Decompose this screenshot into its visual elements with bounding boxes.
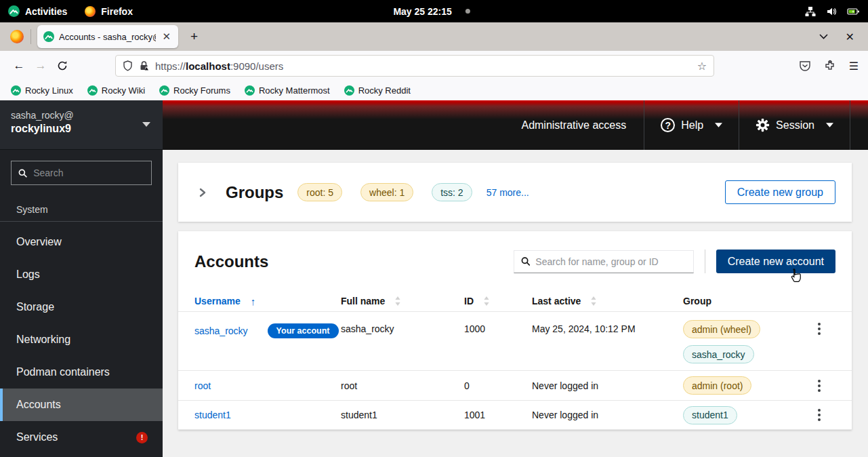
sidebar-item-networking[interactable]: Networking xyxy=(0,323,163,356)
sidebar-item-accounts[interactable]: Accounts xyxy=(0,389,163,421)
bookmarks-bar: Rocky Linux Rocky Wiki Rocky Forums Rock… xyxy=(0,81,868,100)
app-menu-firefox[interactable]: Firefox xyxy=(85,6,133,17)
sort-ascending-icon: ↑ xyxy=(251,296,256,307)
browser-toolbar: ← → https://localhost:9090/users ☆ ☰ xyxy=(0,51,868,81)
group-chip-tss[interactable]: tss: 2 xyxy=(432,183,472,201)
bookmark-rocky-mattermost[interactable]: Rocky Mattermost xyxy=(245,85,330,96)
network-icon xyxy=(805,6,816,17)
forward-button[interactable]: → xyxy=(30,55,51,77)
sidebar-item-logs[interactable]: Logs xyxy=(0,258,163,291)
groups-title: Groups xyxy=(226,183,283,202)
firefox-icon xyxy=(85,6,96,17)
column-header-last-active[interactable]: Last active xyxy=(532,296,683,306)
accounts-table-header: Username ↑ Full name ID xyxy=(178,291,852,311)
accounts-search[interactable] xyxy=(514,250,694,273)
full-name-cell: sasha_rocky xyxy=(341,312,464,334)
help-icon: ? xyxy=(661,118,675,132)
groups-more-link[interactable]: 57 more... xyxy=(487,187,529,198)
sidebar-search[interactable] xyxy=(11,161,152,185)
sort-both-icon xyxy=(395,296,400,306)
url-bar[interactable]: https://localhost:9090/users ☆ xyxy=(115,55,714,77)
groups-chip-list: root: 5 wheel: 1 tss: 2 xyxy=(297,183,472,201)
accounts-search-input[interactable] xyxy=(535,256,686,267)
sidebar-item-label: Logs xyxy=(16,269,40,281)
list-tabs-chevron-icon[interactable] xyxy=(819,34,828,39)
full-name-cell: root xyxy=(341,380,464,391)
page-content: Groups root: 5 wheel: 1 tss: 2 57 more..… xyxy=(163,150,868,457)
groups-expand-toggle[interactable] xyxy=(194,184,211,201)
bookmark-rocky-forums[interactable]: Rocky Forums xyxy=(159,85,230,96)
tab-accounts[interactable]: Accounts - sasha_rocky@ ✕ xyxy=(37,25,178,48)
new-tab-button[interactable]: + xyxy=(186,29,202,44)
create-new-account-button[interactable]: Create new account xyxy=(716,250,835,273)
bookmark-rocky-wiki[interactable]: Rocky Wiki xyxy=(87,85,145,96)
tab-title: Accounts - sasha_rocky@ xyxy=(59,32,156,42)
administrative-access-label: Administrative access xyxy=(521,119,626,132)
search-icon xyxy=(18,168,27,178)
clock-button[interactable]: May 25 22:15 xyxy=(393,6,470,17)
bookmark-label: Rocky Wiki xyxy=(102,85,145,96)
last-active-cell: May 25, 2024, 10:12 PM xyxy=(532,312,683,334)
administrative-access-button[interactable]: Administrative access xyxy=(505,100,644,150)
column-header-id[interactable]: ID xyxy=(464,296,532,306)
chevron-down-icon xyxy=(142,122,150,127)
group-chip-student1[interactable]: student1 xyxy=(683,406,737,424)
firefox-home-button[interactable] xyxy=(7,26,27,47)
rocky-favicon-icon xyxy=(43,31,54,42)
sidebar-search-input[interactable] xyxy=(33,167,144,178)
bookmark-label: Rocky Reddit xyxy=(358,85,411,96)
username-link[interactable]: sasha_rocky xyxy=(194,325,248,336)
last-active-cell: Never logged in xyxy=(532,380,683,391)
column-header-username[interactable]: Username ↑ xyxy=(194,296,341,307)
group-chip-admin-root[interactable]: admin (root) xyxy=(683,376,751,395)
column-header-full-name[interactable]: Full name xyxy=(341,296,464,306)
masthead: Administrative access ? Help Session xyxy=(163,100,868,150)
your-account-badge: Your account xyxy=(268,323,339,338)
rocky-favicon-icon xyxy=(159,85,169,96)
extensions-puzzle-icon[interactable] xyxy=(824,60,836,72)
reload-button[interactable] xyxy=(51,55,73,77)
sidebar-item-storage[interactable]: Storage xyxy=(0,291,163,323)
row-actions-kebab-icon[interactable] xyxy=(811,320,827,338)
group-chip-wheel[interactable]: wheel: 1 xyxy=(360,183,413,201)
session-menu[interactable]: Session xyxy=(739,100,850,150)
system-status-area[interactable] xyxy=(805,6,860,17)
bookmark-label: Rocky Linux xyxy=(25,85,73,96)
username-link[interactable]: student1 xyxy=(194,410,231,420)
sidebar-item-podman-containers[interactable]: Podman containers xyxy=(0,356,163,389)
help-menu[interactable]: ? Help xyxy=(644,100,739,150)
activities-button[interactable]: Activities xyxy=(8,5,67,17)
window-close-icon[interactable]: ✕ xyxy=(846,31,854,43)
bookmark-star-icon[interactable]: ☆ xyxy=(697,60,707,73)
group-chip-sasha-rocky[interactable]: sasha_rocky xyxy=(683,345,754,363)
battery-icon xyxy=(847,6,860,17)
host-user: sasha_rocky@ xyxy=(11,110,152,121)
tab-close-icon[interactable]: ✕ xyxy=(161,31,172,43)
group-cell: student1 xyxy=(683,406,811,424)
lock-warning-icon[interactable] xyxy=(139,60,149,71)
username-link[interactable]: root xyxy=(194,380,211,391)
bookmark-rocky-linux[interactable]: Rocky Linux xyxy=(11,85,73,96)
gnome-top-bar: Activities Firefox May 25 22:15 xyxy=(0,0,868,22)
tab-bar-separator xyxy=(30,29,31,44)
group-chip-root[interactable]: root: 5 xyxy=(297,183,342,201)
create-new-group-button[interactable]: Create new group xyxy=(725,180,835,204)
group-chip-admin-wheel[interactable]: admin (wheel) xyxy=(683,320,760,338)
tracking-shield-icon[interactable] xyxy=(123,60,133,71)
sort-both-icon xyxy=(484,296,489,306)
bookmark-rocky-reddit[interactable]: Rocky Reddit xyxy=(344,85,411,96)
row-actions-kebab-icon[interactable] xyxy=(811,406,827,424)
column-label: Username xyxy=(194,296,241,306)
menu-hamburger-icon[interactable]: ☰ xyxy=(849,60,859,73)
sidebar-item-services[interactable]: Services ! xyxy=(0,421,163,454)
pocket-icon[interactable] xyxy=(799,60,811,72)
sidebar-item-label: Storage xyxy=(16,301,54,313)
host-switcher[interactable]: sasha_rocky@ rockylinux9 xyxy=(0,100,163,150)
help-label: Help xyxy=(681,119,703,132)
gear-icon xyxy=(756,118,770,132)
session-label: Session xyxy=(776,119,814,132)
sidebar-item-overview[interactable]: Overview xyxy=(0,226,163,258)
masthead-end-divider xyxy=(850,100,868,150)
row-actions-kebab-icon[interactable] xyxy=(811,377,827,395)
back-button[interactable]: ← xyxy=(8,55,30,77)
